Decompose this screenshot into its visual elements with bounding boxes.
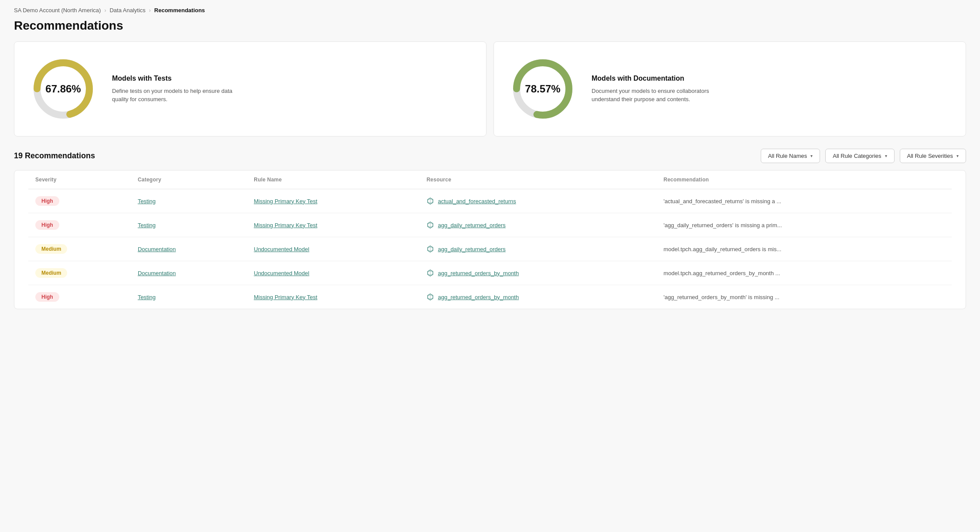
cell-severity: High: [28, 213, 131, 237]
col-header-category: Category: [131, 171, 247, 189]
filter-rule-categories[interactable]: All Rule Categories ▾: [825, 149, 894, 163]
donut-tests-label: 67.86%: [45, 83, 81, 95]
recommendations-header: 19 Recommendations All Rule Names ▾ All …: [0, 149, 980, 170]
resource-name: agg_returned_orders_by_month: [438, 294, 519, 300]
donut-docs-label: 78.57%: [525, 83, 560, 95]
filter-rule-severities[interactable]: All Rule Severities ▾: [900, 149, 966, 163]
cell-category[interactable]: Testing: [131, 213, 247, 237]
card-docs-description: Document your models to ensure collabora…: [592, 87, 722, 104]
cube-icon: [426, 269, 434, 277]
card-docs-content: Models with Documentation Document your …: [592, 75, 722, 104]
cell-severity: High: [28, 189, 131, 213]
severity-badge: High: [35, 196, 59, 206]
card-models-with-docs: 78.57% Models with Documentation Documen…: [493, 41, 966, 136]
table-header-row: Severity Category Rule Name Resource Rec…: [28, 171, 952, 189]
table-row: HighTestingMissing Primary Key Test actu…: [28, 189, 952, 213]
severity-badge: Medium: [35, 244, 67, 254]
breadcrumb-item-recommendations: Recommendations: [154, 7, 205, 14]
cards-row: 67.86% Models with Tests Define tests on…: [0, 41, 980, 149]
col-header-rule-name: Rule Name: [247, 171, 419, 189]
page-title: Recommendations: [0, 17, 980, 41]
card-tests-description: Define tests on your models to help ensu…: [112, 87, 243, 104]
card-tests-title: Models with Tests: [112, 75, 243, 82]
card-tests-content: Models with Tests Define tests on your m…: [112, 75, 243, 104]
donut-docs: 78.57%: [508, 54, 578, 124]
col-header-resource: Resource: [419, 171, 657, 189]
cell-severity: High: [28, 285, 131, 309]
filter-rule-severities-label: All Rule Severities: [907, 153, 953, 159]
cell-severity: Medium: [28, 261, 131, 285]
cell-rule-name[interactable]: Missing Primary Key Test: [247, 285, 419, 309]
cell-recommendation: model.tpch.agg_returned_orders_by_month …: [657, 261, 952, 285]
col-header-severity: Severity: [28, 171, 131, 189]
table-row: HighTestingMissing Primary Key Test agg_…: [28, 285, 952, 309]
breadcrumb-sep-1: ›: [104, 7, 106, 14]
table-row: MediumDocumentationUndocumented Model ag…: [28, 237, 952, 261]
cell-resource[interactable]: agg_daily_returned_orders: [419, 213, 657, 237]
chevron-down-icon-2: ▾: [885, 153, 887, 158]
chevron-down-icon-3: ▾: [956, 153, 959, 158]
breadcrumb-item-account[interactable]: SA Demo Account (North America): [14, 7, 101, 14]
card-docs-title: Models with Documentation: [592, 75, 722, 82]
cell-rule-name[interactable]: Missing Primary Key Test: [247, 213, 419, 237]
table-row: HighTestingMissing Primary Key Test agg_…: [28, 213, 952, 237]
resource-name: agg_daily_returned_orders: [438, 222, 505, 228]
donut-tests: 67.86%: [28, 54, 98, 124]
cell-resource[interactable]: agg_daily_returned_orders: [419, 237, 657, 261]
cube-icon: [426, 221, 434, 229]
cell-rule-name[interactable]: Undocumented Model: [247, 261, 419, 285]
resource-name: agg_returned_orders_by_month: [438, 270, 519, 276]
breadcrumb-item-analytics[interactable]: Data Analytics: [109, 7, 145, 14]
cell-category[interactable]: Documentation: [131, 261, 247, 285]
cell-category[interactable]: Testing: [131, 189, 247, 213]
cell-recommendation: 'actual_and_forecasted_returns' is missi…: [657, 189, 952, 213]
filter-rule-categories-label: All Rule Categories: [833, 153, 881, 159]
recommendations-table-container: Severity Category Rule Name Resource Rec…: [14, 170, 966, 309]
cell-rule-name[interactable]: Missing Primary Key Test: [247, 189, 419, 213]
cell-resource[interactable]: actual_and_forecasted_returns: [419, 189, 657, 213]
cube-icon: [426, 245, 434, 253]
cell-resource[interactable]: agg_returned_orders_by_month: [419, 285, 657, 309]
severity-badge: High: [35, 292, 59, 302]
cube-icon: [426, 197, 434, 205]
breadcrumb-sep-2: ›: [149, 7, 151, 14]
chevron-down-icon-1: ▾: [810, 153, 813, 158]
recommendations-table: Severity Category Rule Name Resource Rec…: [28, 171, 952, 309]
cube-icon: [426, 293, 434, 301]
col-header-recommendation: Recommendation: [657, 171, 952, 189]
cell-category[interactable]: Documentation: [131, 237, 247, 261]
card-models-with-tests: 67.86% Models with Tests Define tests on…: [14, 41, 487, 136]
breadcrumb: SA Demo Account (North America) › Data A…: [0, 0, 980, 17]
severity-badge: Medium: [35, 268, 67, 278]
filter-rule-names[interactable]: All Rule Names ▾: [761, 149, 820, 163]
cell-category[interactable]: Testing: [131, 285, 247, 309]
recommendations-count: 19 Recommendations: [14, 151, 95, 160]
table-row: MediumDocumentationUndocumented Model ag…: [28, 261, 952, 285]
cell-recommendation: model.tpch.agg_daily_returned_orders is …: [657, 237, 952, 261]
cell-recommendation: 'agg_returned_orders_by_month' is missin…: [657, 285, 952, 309]
cell-recommendation: 'agg_daily_returned_orders' is missing a…: [657, 213, 952, 237]
cell-rule-name[interactable]: Undocumented Model: [247, 237, 419, 261]
cell-resource[interactable]: agg_returned_orders_by_month: [419, 261, 657, 285]
filter-rule-names-label: All Rule Names: [768, 153, 807, 159]
resource-name: agg_daily_returned_orders: [438, 246, 505, 252]
filters-container: All Rule Names ▾ All Rule Categories ▾ A…: [761, 149, 966, 163]
resource-name: actual_and_forecasted_returns: [438, 198, 516, 205]
severity-badge: High: [35, 220, 59, 230]
cell-severity: Medium: [28, 237, 131, 261]
